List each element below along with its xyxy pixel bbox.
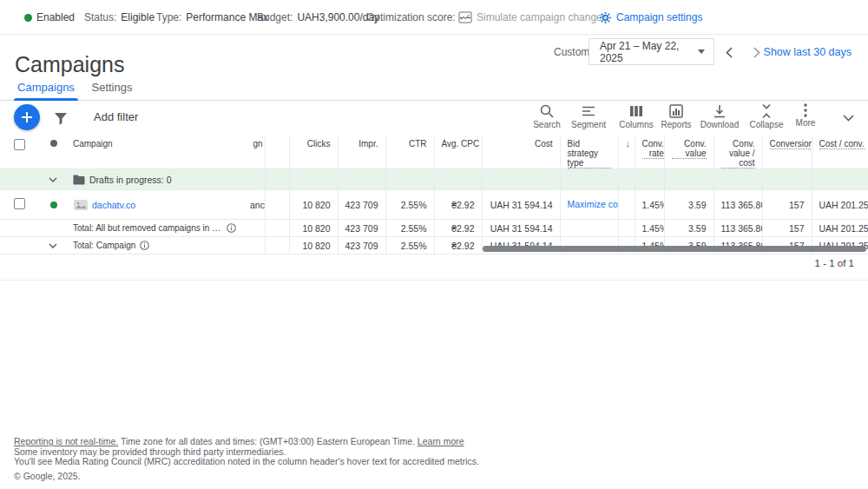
expand-chevron-icon[interactable] (49, 177, 57, 182)
column-header-clicks[interactable]: Clicks (289, 135, 338, 169)
show-last-30-days-link[interactable]: Show last 30 days (764, 46, 852, 58)
columns-button[interactable]: Columns (615, 103, 657, 135)
column-header-conv-value[interactable]: Conv. value (664, 135, 713, 169)
cost-total: UAH 31 594.14 (482, 220, 560, 237)
expand-toolbar-button[interactable] (838, 110, 858, 126)
column-header-bid-strategy-type[interactable]: Bid strategy type (560, 135, 618, 169)
clicks-total: 10 820 (289, 220, 338, 237)
pagination-status: 1 - 1 of 1 (815, 258, 854, 268)
active-tab-underline (14, 98, 78, 101)
table-header-row: Campaign gn Clicks Impr. CTR Avg. CPC Co… (0, 135, 868, 169)
simulate-icon (458, 11, 472, 23)
drafts-label: Drafts in progress: 0 (89, 175, 172, 185)
campaign-enabled-status[interactable]: Enabled (24, 0, 75, 35)
column-header-avg-cpc[interactable]: Avg. CPC (434, 135, 482, 169)
column-header-campaign[interactable]: Campaign (66, 135, 243, 169)
simulate-campaign-changes-button[interactable]: Simulate campaign changes (458, 0, 608, 35)
cost-value: UAH 31 594.14 (482, 190, 560, 220)
type-field: Type: Performance Max (156, 0, 268, 35)
optimization-score-field: Optimization score: — (366, 0, 470, 35)
scrollbar-thumb[interactable] (483, 246, 866, 252)
chevron-right-icon (753, 47, 760, 58)
conversions-value: 157 (762, 190, 812, 220)
enabled-label: Enabled (36, 11, 75, 23)
campaigns-table: Campaign gn Clicks Impr. CTR Avg. CPC Co… (0, 135, 868, 254)
clicks-value: 10 820 (289, 190, 338, 220)
column-header-conv-rate[interactable]: Conv. rate (635, 135, 664, 169)
campaign-name-link[interactable]: dachatv.co (92, 200, 135, 210)
date-range-value: Apr 21 – May 22, 2025 (600, 40, 698, 64)
filter-funnel-icon (53, 110, 69, 126)
total-filtered-label: Total: All but removed campaigns in your… (73, 223, 222, 233)
row-checkbox[interactable] (14, 198, 25, 209)
column-header-conversions[interactable]: Conversions (762, 135, 812, 169)
column-header-cost[interactable]: Cost (482, 135, 560, 169)
reporting-not-realtime-link[interactable]: Reporting is not real-time. (14, 436, 118, 446)
campaign-status-bar: Enabled Status: Eligible Type: Performan… (0, 0, 868, 35)
collapse-button[interactable]: Collapse (746, 103, 787, 135)
column-header-impr[interactable]: Impr. (338, 135, 385, 169)
conv-value-cost-value: 113 365.80 (713, 190, 762, 220)
select-all-checkbox[interactable] (14, 139, 25, 150)
conversions-total: 157 (762, 220, 812, 237)
conv-value-cost-total: 113 365.80 (713, 220, 762, 237)
sort-indicator[interactable]: ↓ (618, 135, 635, 169)
download-button[interactable]: Download (699, 103, 740, 135)
cost-conv-value: UAH 201.25 (812, 190, 868, 220)
table-card-divider (0, 280, 868, 281)
collapse-icon (759, 103, 774, 119)
avg-cpc-value: ₴2.92 (434, 190, 482, 220)
drafts-in-progress-row[interactable]: Drafts in progress: 0 (0, 169, 868, 190)
column-header-ctr[interactable]: CTR (385, 135, 434, 169)
search-button[interactable]: Search (526, 103, 568, 135)
info-icon[interactable] (227, 223, 236, 233)
more-vertical-icon (804, 103, 807, 117)
conv-value-total: 3.59 (664, 220, 713, 237)
conv-rate-value: 1.45% (635, 190, 664, 220)
reports-button[interactable]: Reports (655, 103, 697, 135)
cost-conv-total: UAH 201.25 (812, 220, 868, 237)
tab-settings[interactable]: Settings (87, 74, 137, 101)
ctr-value: 2.55% (385, 190, 434, 220)
column-header-cost-conv[interactable]: Cost / conv. (812, 135, 868, 169)
conv-rate-total: 1.45% (635, 220, 664, 237)
previous-date-range-button[interactable] (720, 46, 738, 58)
filter-button[interactable] (51, 109, 70, 128)
add-campaign-button[interactable] (14, 104, 40, 130)
timezone-text: Time zone for all dates and times: (GMT+… (121, 436, 415, 446)
impr-value: 423 709 (338, 190, 385, 220)
campaign-type-partial: ance (243, 190, 265, 220)
date-mode-label: Custom (554, 46, 589, 58)
campaign-settings-button[interactable]: Campaign settings (599, 0, 702, 35)
sort-arrow-down-icon: ↓ (626, 138, 631, 149)
status-column-dot-icon (50, 140, 57, 147)
segment-icon (581, 103, 596, 119)
avg-cpc-total: ₴2.92 (434, 220, 482, 237)
mrc-disclaimer: You'll see Media Rating Council (MRC) ac… (14, 457, 847, 467)
page-footer: Reporting is not real-time. Time zone fo… (14, 437, 847, 481)
tab-campaigns[interactable]: Campaigns (14, 74, 78, 101)
column-header-conv-value-cost[interactable]: Conv. value / cost (713, 135, 762, 169)
ctr-total: 2.55% (385, 220, 434, 237)
table-toolbar: Add filter Search Segment Columns Report… (0, 102, 868, 135)
spacer-column (265, 135, 289, 169)
date-range-picker[interactable]: Apr 21 – May 22, 2025 (589, 38, 714, 65)
more-button[interactable]: More (785, 103, 826, 135)
conv-value-value: 3.59 (664, 190, 713, 220)
campaign-status-dot-icon[interactable] (50, 202, 57, 208)
plus-icon (21, 111, 33, 123)
horizontal-scrollbar[interactable] (0, 246, 868, 253)
download-icon (712, 103, 727, 119)
learn-more-link[interactable]: Learn more (418, 436, 464, 446)
dropdown-caret-icon (698, 50, 705, 54)
campaign-row: dachatv.co ance 10 820 423 709 2.55% ₴2.… (0, 190, 868, 220)
copyright: © Google, 2025. (14, 472, 847, 482)
bid-strategy-link[interactable]: Maximize conversion value (560, 190, 618, 220)
budget-field[interactable]: Budget: UAH3,900.00/day (257, 0, 379, 35)
segment-button[interactable]: Segment (568, 103, 609, 135)
chevron-left-icon (726, 47, 733, 58)
add-filter-button[interactable]: Add filter (94, 102, 138, 131)
columns-icon (628, 103, 644, 119)
impr-total: 423 709 (338, 220, 385, 237)
chevron-down-icon (843, 115, 854, 122)
